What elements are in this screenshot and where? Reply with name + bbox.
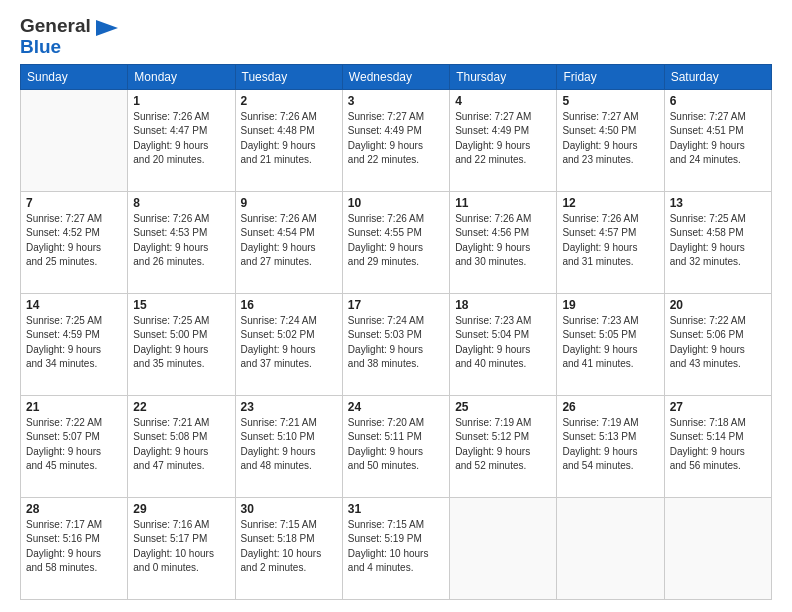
calendar-cell: 7Sunrise: 7:27 AM Sunset: 4:52 PM Daylig… bbox=[21, 191, 128, 293]
day-number: 30 bbox=[241, 502, 337, 516]
day-info: Sunrise: 7:16 AM Sunset: 5:17 PM Dayligh… bbox=[133, 518, 229, 576]
day-info: Sunrise: 7:27 AM Sunset: 4:50 PM Dayligh… bbox=[562, 110, 658, 168]
calendar-week-2: 14Sunrise: 7:25 AM Sunset: 4:59 PM Dayli… bbox=[21, 293, 772, 395]
calendar-cell: 13Sunrise: 7:25 AM Sunset: 4:58 PM Dayli… bbox=[664, 191, 771, 293]
calendar-week-1: 7Sunrise: 7:27 AM Sunset: 4:52 PM Daylig… bbox=[21, 191, 772, 293]
day-number: 11 bbox=[455, 196, 551, 210]
day-number: 29 bbox=[133, 502, 229, 516]
day-number: 21 bbox=[26, 400, 122, 414]
calendar-cell: 20Sunrise: 7:22 AM Sunset: 5:06 PM Dayli… bbox=[664, 293, 771, 395]
calendar-header-saturday: Saturday bbox=[664, 64, 771, 89]
day-number: 17 bbox=[348, 298, 444, 312]
calendar-header-sunday: Sunday bbox=[21, 64, 128, 89]
day-number: 15 bbox=[133, 298, 229, 312]
day-number: 1 bbox=[133, 94, 229, 108]
calendar-header-monday: Monday bbox=[128, 64, 235, 89]
day-info: Sunrise: 7:15 AM Sunset: 5:19 PM Dayligh… bbox=[348, 518, 444, 576]
calendar-cell: 18Sunrise: 7:23 AM Sunset: 5:04 PM Dayli… bbox=[450, 293, 557, 395]
calendar-cell: 30Sunrise: 7:15 AM Sunset: 5:18 PM Dayli… bbox=[235, 497, 342, 599]
calendar-cell: 31Sunrise: 7:15 AM Sunset: 5:19 PM Dayli… bbox=[342, 497, 449, 599]
day-info: Sunrise: 7:15 AM Sunset: 5:18 PM Dayligh… bbox=[241, 518, 337, 576]
calendar-cell: 16Sunrise: 7:24 AM Sunset: 5:02 PM Dayli… bbox=[235, 293, 342, 395]
day-number: 9 bbox=[241, 196, 337, 210]
calendar-cell: 29Sunrise: 7:16 AM Sunset: 5:17 PM Dayli… bbox=[128, 497, 235, 599]
calendar-cell: 10Sunrise: 7:26 AM Sunset: 4:55 PM Dayli… bbox=[342, 191, 449, 293]
day-number: 28 bbox=[26, 502, 122, 516]
day-info: Sunrise: 7:21 AM Sunset: 5:10 PM Dayligh… bbox=[241, 416, 337, 474]
calendar-cell: 22Sunrise: 7:21 AM Sunset: 5:08 PM Dayli… bbox=[128, 395, 235, 497]
calendar-cell: 27Sunrise: 7:18 AM Sunset: 5:14 PM Dayli… bbox=[664, 395, 771, 497]
day-info: Sunrise: 7:26 AM Sunset: 4:47 PM Dayligh… bbox=[133, 110, 229, 168]
calendar-table: SundayMondayTuesdayWednesdayThursdayFrid… bbox=[20, 64, 772, 600]
day-number: 20 bbox=[670, 298, 766, 312]
day-info: Sunrise: 7:24 AM Sunset: 5:02 PM Dayligh… bbox=[241, 314, 337, 372]
day-info: Sunrise: 7:26 AM Sunset: 4:54 PM Dayligh… bbox=[241, 212, 337, 270]
calendar-cell: 19Sunrise: 7:23 AM Sunset: 5:05 PM Dayli… bbox=[557, 293, 664, 395]
day-info: Sunrise: 7:19 AM Sunset: 5:13 PM Dayligh… bbox=[562, 416, 658, 474]
calendar-cell: 9Sunrise: 7:26 AM Sunset: 4:54 PM Daylig… bbox=[235, 191, 342, 293]
header: General Blue bbox=[20, 16, 772, 58]
day-info: Sunrise: 7:22 AM Sunset: 5:07 PM Dayligh… bbox=[26, 416, 122, 474]
day-number: 3 bbox=[348, 94, 444, 108]
logo-flag-icon bbox=[96, 20, 118, 36]
day-info: Sunrise: 7:17 AM Sunset: 5:16 PM Dayligh… bbox=[26, 518, 122, 576]
day-info: Sunrise: 7:22 AM Sunset: 5:06 PM Dayligh… bbox=[670, 314, 766, 372]
day-number: 23 bbox=[241, 400, 337, 414]
day-number: 18 bbox=[455, 298, 551, 312]
day-info: Sunrise: 7:26 AM Sunset: 4:56 PM Dayligh… bbox=[455, 212, 551, 270]
calendar-cell: 25Sunrise: 7:19 AM Sunset: 5:12 PM Dayli… bbox=[450, 395, 557, 497]
calendar-week-4: 28Sunrise: 7:17 AM Sunset: 5:16 PM Dayli… bbox=[21, 497, 772, 599]
calendar-cell: 8Sunrise: 7:26 AM Sunset: 4:53 PM Daylig… bbox=[128, 191, 235, 293]
day-info: Sunrise: 7:26 AM Sunset: 4:55 PM Dayligh… bbox=[348, 212, 444, 270]
calendar-cell: 21Sunrise: 7:22 AM Sunset: 5:07 PM Dayli… bbox=[21, 395, 128, 497]
calendar-header-friday: Friday bbox=[557, 64, 664, 89]
calendar-week-0: 1Sunrise: 7:26 AM Sunset: 4:47 PM Daylig… bbox=[21, 89, 772, 191]
day-info: Sunrise: 7:27 AM Sunset: 4:49 PM Dayligh… bbox=[455, 110, 551, 168]
calendar-cell: 17Sunrise: 7:24 AM Sunset: 5:03 PM Dayli… bbox=[342, 293, 449, 395]
day-info: Sunrise: 7:23 AM Sunset: 5:04 PM Dayligh… bbox=[455, 314, 551, 372]
day-number: 24 bbox=[348, 400, 444, 414]
calendar-cell: 6Sunrise: 7:27 AM Sunset: 4:51 PM Daylig… bbox=[664, 89, 771, 191]
calendar-cell bbox=[21, 89, 128, 191]
day-number: 25 bbox=[455, 400, 551, 414]
day-info: Sunrise: 7:24 AM Sunset: 5:03 PM Dayligh… bbox=[348, 314, 444, 372]
day-info: Sunrise: 7:27 AM Sunset: 4:49 PM Dayligh… bbox=[348, 110, 444, 168]
calendar-cell: 23Sunrise: 7:21 AM Sunset: 5:10 PM Dayli… bbox=[235, 395, 342, 497]
day-number: 22 bbox=[133, 400, 229, 414]
day-info: Sunrise: 7:21 AM Sunset: 5:08 PM Dayligh… bbox=[133, 416, 229, 474]
day-number: 14 bbox=[26, 298, 122, 312]
day-number: 31 bbox=[348, 502, 444, 516]
day-info: Sunrise: 7:18 AM Sunset: 5:14 PM Dayligh… bbox=[670, 416, 766, 474]
day-info: Sunrise: 7:23 AM Sunset: 5:05 PM Dayligh… bbox=[562, 314, 658, 372]
day-number: 13 bbox=[670, 196, 766, 210]
calendar-cell: 12Sunrise: 7:26 AM Sunset: 4:57 PM Dayli… bbox=[557, 191, 664, 293]
day-number: 19 bbox=[562, 298, 658, 312]
calendar-cell: 5Sunrise: 7:27 AM Sunset: 4:50 PM Daylig… bbox=[557, 89, 664, 191]
day-info: Sunrise: 7:25 AM Sunset: 5:00 PM Dayligh… bbox=[133, 314, 229, 372]
logo: General Blue bbox=[20, 16, 118, 58]
calendar-week-3: 21Sunrise: 7:22 AM Sunset: 5:07 PM Dayli… bbox=[21, 395, 772, 497]
day-number: 16 bbox=[241, 298, 337, 312]
calendar-header-row: SundayMondayTuesdayWednesdayThursdayFrid… bbox=[21, 64, 772, 89]
day-number: 5 bbox=[562, 94, 658, 108]
calendar-cell: 26Sunrise: 7:19 AM Sunset: 5:13 PM Dayli… bbox=[557, 395, 664, 497]
calendar-cell: 3Sunrise: 7:27 AM Sunset: 4:49 PM Daylig… bbox=[342, 89, 449, 191]
calendar-cell bbox=[557, 497, 664, 599]
page: General Blue SundayMondayTuesdayWednesda… bbox=[0, 0, 792, 612]
day-number: 10 bbox=[348, 196, 444, 210]
calendar-cell: 28Sunrise: 7:17 AM Sunset: 5:16 PM Dayli… bbox=[21, 497, 128, 599]
day-info: Sunrise: 7:20 AM Sunset: 5:11 PM Dayligh… bbox=[348, 416, 444, 474]
calendar-cell: 15Sunrise: 7:25 AM Sunset: 5:00 PM Dayli… bbox=[128, 293, 235, 395]
day-number: 8 bbox=[133, 196, 229, 210]
calendar-cell bbox=[450, 497, 557, 599]
day-info: Sunrise: 7:27 AM Sunset: 4:51 PM Dayligh… bbox=[670, 110, 766, 168]
day-number: 4 bbox=[455, 94, 551, 108]
day-info: Sunrise: 7:26 AM Sunset: 4:57 PM Dayligh… bbox=[562, 212, 658, 270]
calendar-header-thursday: Thursday bbox=[450, 64, 557, 89]
day-number: 2 bbox=[241, 94, 337, 108]
day-number: 26 bbox=[562, 400, 658, 414]
day-number: 6 bbox=[670, 94, 766, 108]
calendar-cell: 24Sunrise: 7:20 AM Sunset: 5:11 PM Dayli… bbox=[342, 395, 449, 497]
calendar-cell: 14Sunrise: 7:25 AM Sunset: 4:59 PM Dayli… bbox=[21, 293, 128, 395]
calendar-header-tuesday: Tuesday bbox=[235, 64, 342, 89]
